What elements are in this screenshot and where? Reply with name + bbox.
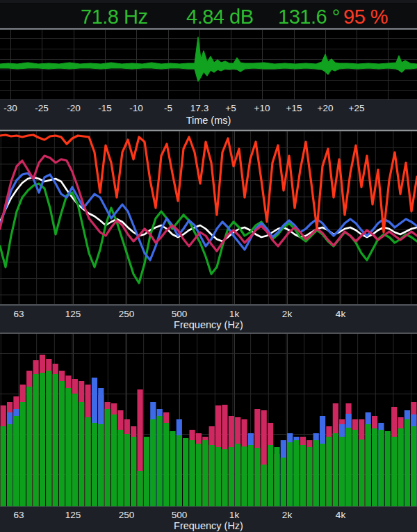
rta-spectrum-plot[interactable] [0, 334, 417, 506]
tick-label: +5 [225, 103, 236, 113]
readout-bar: 71.8 Hz 4.84 dB 131.6 ° 95 % [0, 4, 417, 28]
tick-label: 125 [65, 510, 81, 520]
tick-label: 63 [13, 510, 24, 520]
rta-spectrum-chart [0, 334, 417, 506]
time-axis-label: Time (ms) [0, 115, 417, 126]
transfer-function-plot[interactable] [0, 131, 417, 304]
tick-label: 1k [229, 510, 239, 520]
frequency-axis-label: Frequency (Hz) [0, 520, 417, 531]
tick-label: +25 [349, 103, 365, 113]
tick-label: 2k [282, 309, 292, 319]
tick-label: 4k [336, 510, 345, 520]
tick-label: 17.3 [190, 103, 208, 113]
tick-label: -5 [164, 103, 172, 113]
tick-label: 500 [172, 510, 188, 520]
impulse-response-plot[interactable] [0, 30, 417, 99]
tick-label: -10 [129, 103, 143, 113]
time-axis: Time (ms) -30-25-20-15-10-517.3+5+10+15+… [0, 99, 417, 129]
frequency-axis-label: Frequency (Hz) [0, 319, 417, 330]
transfer-function-chart [0, 131, 417, 304]
frequency-axis-rta: Frequency (Hz) 631252505001k2k4k [0, 506, 417, 532]
tick-label: +10 [254, 103, 270, 113]
impulse-response-chart [0, 30, 417, 99]
tick-label: -15 [98, 103, 112, 113]
tick-label: 63 [13, 309, 24, 319]
frequency-readout: 71.8 Hz [81, 5, 147, 29]
tick-label: -30 [3, 103, 17, 113]
tick-label: 4k [336, 309, 345, 319]
tick-label: 500 [172, 309, 188, 319]
phase-readout: 131.6 ° [278, 5, 340, 29]
tick-label: 250 [119, 510, 135, 520]
tick-label: +15 [286, 103, 302, 113]
tick-label: +20 [318, 103, 334, 113]
tick-label: 1k [229, 309, 239, 319]
level-readout: 4.84 dB [186, 5, 253, 29]
tick-label: 250 [119, 309, 135, 319]
tick-label: 125 [65, 309, 81, 319]
tick-label: 2k [282, 510, 292, 520]
frequency-axis-transfer: Frequency (Hz) 631252505001k2k4k [0, 305, 417, 332]
coherence-readout: 95 % [343, 5, 388, 29]
tick-label: -20 [67, 103, 81, 113]
tick-label: -25 [35, 103, 49, 113]
audio-analyzer-app: 71.8 Hz 4.84 dB 131.6 ° 95 % Time (ms) -… [0, 0, 417, 532]
